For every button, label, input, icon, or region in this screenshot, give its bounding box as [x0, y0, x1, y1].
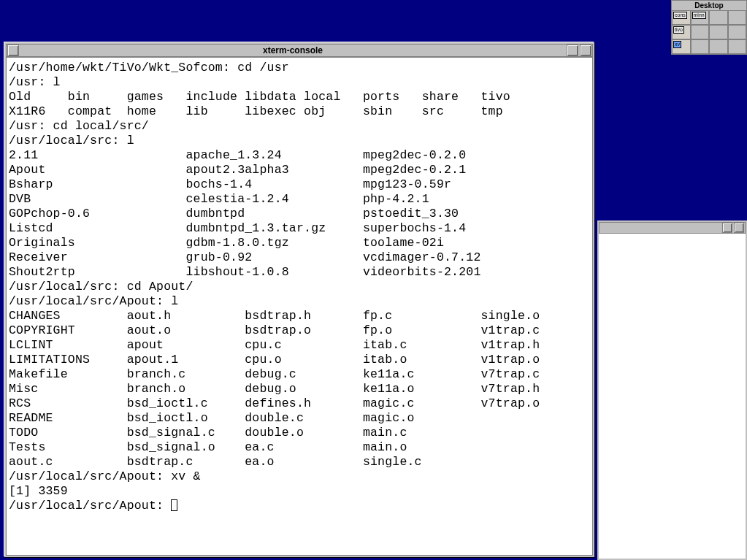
- pager-mini-minn: minn: [692, 12, 706, 19]
- pager-mini-cons: cons: [673, 12, 687, 19]
- pager-mini-tivo: tivo: [673, 26, 684, 34]
- maximize-button[interactable]: [734, 223, 744, 233]
- desktop-pager[interactable]: Desktop cons minn tivo xv: [671, 0, 747, 55]
- minimize-button[interactable]: [722, 223, 732, 233]
- xterm-window[interactable]: xterm-console /usr/home/wkt/TiVo/Wkt_Sof…: [4, 42, 594, 557]
- pager-grid: cons minn tivo xv: [672, 10, 746, 54]
- window-title: xterm-console: [20, 45, 566, 55]
- terminal-output[interactable]: /usr/home/wkt/TiVo/Wkt_Sofcom: cd /usr /…: [6, 57, 593, 556]
- maximize-button[interactable]: [580, 45, 591, 56]
- cursor: [171, 499, 177, 511]
- pager-cell[interactable]: [728, 10, 747, 25]
- pager-cell[interactable]: cons: [672, 10, 691, 25]
- pager-cell[interactable]: tivo: [672, 25, 691, 39]
- pager-cell[interactable]: [709, 10, 728, 25]
- side-window[interactable]: [597, 220, 747, 560]
- pager-cell[interactable]: [728, 39, 747, 54]
- pager-cell[interactable]: xv: [672, 39, 691, 54]
- pager-cell[interactable]: minn: [691, 10, 710, 25]
- pager-mini-xv: xv: [673, 41, 681, 48]
- pager-cell[interactable]: [691, 39, 710, 54]
- pager-cell[interactable]: [691, 25, 710, 39]
- pager-cell[interactable]: [709, 39, 728, 54]
- pager-cell[interactable]: [728, 25, 747, 39]
- side-titlebar[interactable]: [599, 222, 746, 234]
- window-menu-button[interactable]: [7, 45, 19, 56]
- minimize-button[interactable]: [567, 45, 578, 56]
- pager-label: Desktop: [672, 1, 746, 10]
- titlebar[interactable]: xterm-console: [6, 44, 593, 57]
- pager-cell[interactable]: [709, 25, 728, 39]
